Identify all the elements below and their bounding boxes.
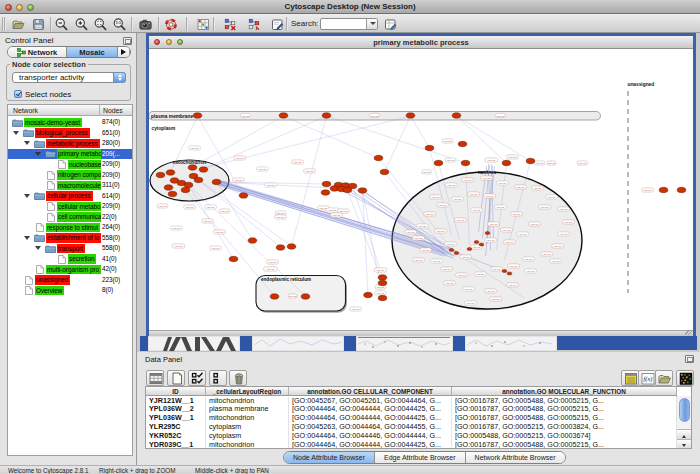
- table-cell[interactable]: [GO:0016787, GO:0005488, GO:0005215, G..…: [452, 397, 677, 406]
- destroy-network-button[interactable]: [248, 17, 262, 31]
- table-cell[interactable]: YKR052C: [146, 432, 206, 441]
- attribute-matrix-button[interactable]: [676, 370, 694, 386]
- network-node[interactable]: [677, 187, 686, 192]
- network-node[interactable]: [321, 190, 330, 195]
- table-scrollbar[interactable]: [676, 396, 691, 449]
- tab-network-attribute-browser[interactable]: Network Attribute Browser: [466, 452, 565, 463]
- unselect-attributes-button[interactable]: [209, 370, 227, 386]
- table-cell[interactable]: [GO:0044464, GO:0044444, GO:0044425, G..…: [289, 414, 452, 423]
- network-node[interactable]: [343, 187, 352, 192]
- table-cell[interactable]: [GO:0045263, GO:0044464, GO:0044455, G..…: [289, 423, 452, 432]
- tab-node-attribute-browser[interactable]: Node Attribute Browser: [284, 452, 375, 463]
- search-dropdown-arrow[interactable]: [366, 19, 377, 29]
- tree-row-mosaic-demo-yeast[interactable]: mosaic-demo-yeast874(0): [8, 117, 132, 128]
- snapshot-button[interactable]: [139, 17, 153, 31]
- table-cell[interactable]: cytoplasm: [206, 432, 289, 441]
- float-data-panel-icon[interactable]: [685, 355, 694, 363]
- network-node[interactable]: [434, 160, 443, 165]
- table-cell[interactable]: YPL036W__1: [146, 414, 206, 423]
- network-node[interactable]: [194, 177, 203, 182]
- network-node[interactable]: [425, 145, 434, 150]
- tree-row-nucleobase-[interactable]: nucleobase-209(0): [8, 159, 132, 170]
- expand-arrow-icon[interactable]: [35, 152, 41, 159]
- expand-arrow-icon[interactable]: [24, 236, 30, 243]
- scrollbar-thumb[interactable]: [679, 398, 690, 422]
- search-settings-button[interactable]: [384, 17, 398, 31]
- network-node-small[interactable]: [474, 240, 479, 243]
- network-node[interactable]: [156, 172, 165, 177]
- network-node[interactable]: [239, 193, 248, 198]
- table-cell[interactable]: mitochondrion: [206, 441, 289, 449]
- zoom-fit-button[interactable]: [94, 17, 108, 31]
- tree-row-multi-organism-pro[interactable]: multi-organism pro42(0): [8, 264, 132, 275]
- tree-row-metabolic-process[interactable]: metabolic process280(0): [8, 138, 132, 149]
- tree-row-cell-communicat[interactable]: cell communicat22(0): [8, 212, 132, 223]
- tree-row-primary-metabo[interactable]: primary metabo209(...: [8, 149, 132, 160]
- network-node[interactable]: [358, 188, 367, 193]
- network-node-small[interactable]: [454, 251, 459, 254]
- network-node[interactable]: [406, 113, 415, 118]
- delete-attributes-button[interactable]: [229, 370, 247, 386]
- table-cell[interactable]: [GO:0016787, GO:0005488, GO:0005215, G..…: [452, 414, 677, 423]
- open-file-button[interactable]: [12, 17, 26, 31]
- table-cell[interactable]: [GO:0044464, GO:0044446, GO:0044444, G..…: [289, 432, 452, 441]
- expand-arrow-icon[interactable]: [24, 141, 30, 148]
- table-cell[interactable]: [GO:0016787, GO:0005488, GO:0005215, G..…: [452, 441, 677, 449]
- network-view-frame[interactable]: primary metabolic process plasma membran…: [146, 33, 696, 336]
- tab-mosaic[interactable]: Mosaic: [67, 47, 118, 57]
- network-node[interactable]: [322, 181, 331, 186]
- vizmapper-button[interactable]: [197, 17, 211, 31]
- table-cell[interactable]: mitochondrion: [206, 414, 289, 423]
- column-header-region[interactable]: _cellularLayoutRegion: [206, 387, 289, 397]
- table-cell[interactable]: [GO:0044464, GO:0044444, GO:0044425, G..…: [289, 405, 452, 414]
- help-lifering-button[interactable]: [165, 17, 179, 31]
- network-node[interactable]: [212, 179, 221, 184]
- annotation-button[interactable]: [271, 17, 285, 31]
- network-node[interactable]: [364, 292, 373, 297]
- tree-row-unassigned[interactable]: unassigned223(0): [8, 275, 132, 286]
- network-node[interactable]: [248, 238, 257, 243]
- import-attributes-button[interactable]: [655, 370, 673, 386]
- network-node[interactable]: [168, 191, 177, 196]
- scroll-up-button[interactable]: [677, 429, 692, 439]
- table-cell[interactable]: YJR121W__1: [146, 397, 206, 406]
- select-nodes-checkbox[interactable]: [14, 90, 22, 98]
- network-node[interactable]: [659, 187, 668, 192]
- network-node[interactable]: [188, 165, 197, 170]
- expand-arrow-icon[interactable]: [24, 194, 30, 201]
- zoom-button[interactable]: [27, 4, 34, 11]
- network-node[interactable]: [199, 167, 208, 172]
- table-cell[interactable]: YPL036W__2: [146, 405, 206, 414]
- frame-minimize-button[interactable]: [166, 39, 172, 45]
- formula-builder-button[interactable]: f(x): [638, 370, 656, 386]
- tree-row-cellular-process[interactable]: cellular process614(0): [8, 191, 132, 202]
- network-node[interactable]: [270, 294, 279, 299]
- zoom-actual-button[interactable]: 1:1: [113, 17, 127, 31]
- create-network-button[interactable]: [224, 17, 238, 31]
- zoom-out-button[interactable]: [55, 17, 69, 31]
- network-node-small[interactable]: [479, 243, 484, 246]
- expand-arrow-icon[interactable]: [35, 246, 41, 253]
- network-node[interactable]: [378, 275, 387, 280]
- frame-titlebar[interactable]: primary metabolic process: [149, 36, 693, 49]
- save-session-button[interactable]: [32, 17, 46, 31]
- network-node-small[interactable]: [467, 247, 472, 250]
- network-canvas[interactable]: plasma membranecytoplasmnucleusmitochond…: [149, 49, 693, 333]
- frame-close-button[interactable]: [154, 39, 160, 45]
- column-header-cellular-component[interactable]: annotation.GO CELLULAR_COMPONENT: [289, 387, 452, 397]
- network-node[interactable]: [287, 244, 296, 249]
- network-node[interactable]: [526, 158, 535, 163]
- network-node-small[interactable]: [449, 248, 454, 251]
- network-node-small[interactable]: [485, 231, 490, 234]
- tab-edge-attribute-browser[interactable]: Edge Attribute Browser: [375, 452, 466, 463]
- table-cell[interactable]: [GO:0044464, GO:0044444, GO:0044425, G..…: [289, 441, 452, 449]
- close-button[interactable]: [5, 4, 12, 11]
- minimize-button[interactable]: [16, 4, 23, 11]
- scroll-down-button[interactable]: [677, 439, 692, 449]
- network-node[interactable]: [301, 294, 310, 299]
- network-node-small[interactable]: [502, 269, 507, 272]
- tabs-overflow-arrow[interactable]: [118, 47, 130, 57]
- table-cell[interactable]: cytoplasm: [206, 423, 289, 432]
- network-node[interactable]: [458, 141, 467, 146]
- zoom-in-button[interactable]: [75, 17, 89, 31]
